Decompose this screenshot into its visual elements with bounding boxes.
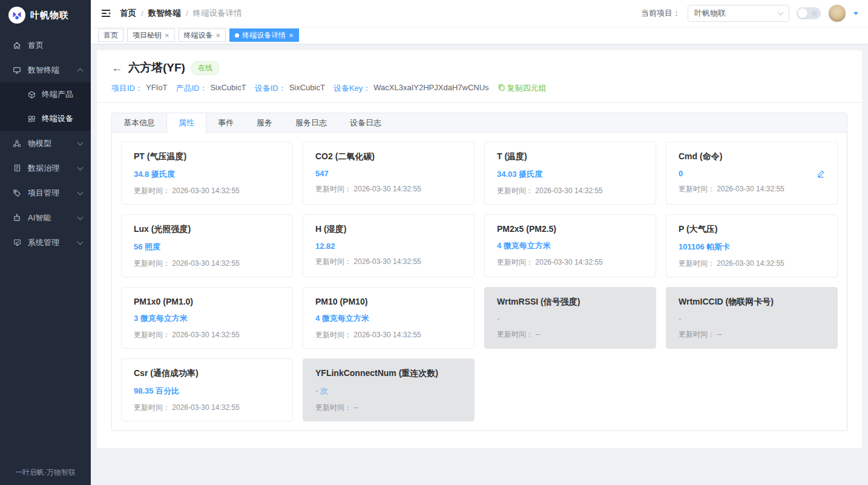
- close-icon[interactable]: ×: [289, 31, 294, 39]
- home-icon: [12, 41, 22, 50]
- copy-label: 复制四元组: [507, 83, 547, 94]
- device-info-设备ID: 设备ID：SixCubicT: [255, 83, 325, 94]
- property-name: Csr (通信成功率): [134, 368, 280, 379]
- property-value: - 次: [315, 386, 328, 397]
- breadcrumb: 首页/数智终端/终端设备详情: [120, 8, 242, 19]
- avatar[interactable]: [828, 4, 846, 22]
- property-update-time: 更新时间： 2026-03-30 14:32:55: [497, 257, 643, 268]
- property-update-time: 更新时间： --: [679, 329, 825, 340]
- divider: [97, 102, 862, 103]
- sidebar-item-项目管理[interactable]: 项目管理: [0, 180, 91, 205]
- current-project-label: 当前项目：: [641, 8, 680, 19]
- sidebar-item-首页[interactable]: 首页: [0, 33, 91, 58]
- property-value: 56 照度: [134, 242, 160, 252]
- product-cube-icon: [27, 90, 36, 99]
- device-info-项目ID: 项目ID：YFIoT: [111, 83, 167, 94]
- sidebar-item-AI智能[interactable]: AI智能: [0, 205, 91, 230]
- property-update-time: 更新时间： --: [497, 329, 643, 340]
- sidebar-item-label: 系统管理: [28, 237, 59, 248]
- properties-tab-body: PT (气压温度)34.8 摄氏度更新时间： 2026-03-30 14:32:…: [112, 133, 847, 431]
- property-value-row: 4 微克每立方米: [497, 240, 643, 251]
- breadcrumb-separator: /: [186, 9, 188, 18]
- tab-设备日志[interactable]: 设备日志: [338, 113, 393, 132]
- sidebar-subitem-终端产品[interactable]: 终端产品: [0, 82, 91, 107]
- property-card: YFLinkConnectNum (重连次数)- 次更新时间： --: [303, 358, 475, 421]
- property-value: -: [679, 314, 681, 323]
- device-list-icon: [27, 114, 36, 124]
- tag-项目秘钥[interactable]: 项目秘钥×: [127, 28, 175, 42]
- tab-基本信息[interactable]: 基本信息: [112, 113, 166, 132]
- sidebar: 叶帆物联 首页数智终端终端产品终端设备物模型数据治理项目管理AI智能系统管理 一…: [0, 0, 91, 485]
- chevron-down-icon: [77, 139, 84, 145]
- info-value: YFIoT: [146, 83, 167, 94]
- property-card: PM2x5 (PM2.5)4 微克每立方米更新时间： 2026-03-30 14…: [484, 214, 656, 277]
- property-card: WrtmRSSI (信号强度)-更新时间： --: [484, 287, 656, 349]
- sidebar-subitem-label: 终端产品: [42, 89, 73, 100]
- tab-属性[interactable]: 属性: [166, 113, 206, 133]
- theme-toggle[interactable]: [797, 7, 821, 19]
- property-card: PM1x0 (PM1.0)3 微克每立方米更新时间： 2026-03-30 14…: [121, 287, 293, 349]
- sidebar-item-数智终端[interactable]: 数智终端: [0, 58, 91, 82]
- close-icon[interactable]: ×: [165, 31, 169, 39]
- property-value-row: 34.03 摄氏度: [497, 169, 643, 180]
- edit-icon[interactable]: [817, 170, 825, 178]
- copy-quadruple-button[interactable]: 复制四元组: [498, 83, 547, 94]
- chevron-up-icon: [77, 68, 84, 74]
- tab-服务[interactable]: 服务: [245, 113, 284, 132]
- project-icon: [12, 188, 22, 198]
- info-label: 设备ID：: [255, 83, 286, 94]
- tag-终端设备[interactable]: 终端设备×: [179, 28, 226, 42]
- property-card: H (湿度)12.82更新时间： 2026-03-30 14:32:55: [303, 214, 475, 277]
- back-button[interactable]: ←: [111, 62, 122, 73]
- chevron-down-icon: [778, 10, 784, 16]
- main-area: 首页/数智终端/终端设备详情 当前项目： 叶帆物联 首页项目秘钥×终端设备×终端…: [91, 0, 868, 485]
- property-value: 547: [315, 169, 329, 178]
- project-select[interactable]: 叶帆物联: [688, 5, 789, 22]
- device-tabs: 基本信息属性事件服务服务日志设备日志: [112, 113, 847, 133]
- device-info-row: 项目ID：YFIoT产品ID：SixCubicT设备ID：SixCubicT设备…: [111, 83, 847, 102]
- sidebar-nav: 首页数智终端终端产品终端设备物模型数据治理项目管理AI智能系统管理: [0, 30, 91, 485]
- chevron-down-icon: [77, 164, 84, 170]
- property-value-row: 56 照度: [134, 242, 280, 252]
- property-card: CO2 (二氧化碳)547更新时间： 2026-03-30 14:32:55: [303, 142, 475, 205]
- sidebar-fold-icon[interactable]: [100, 8, 111, 19]
- property-card: Cmd (命令)0更新时间： 2026-03-30 14:32:55: [666, 142, 838, 205]
- active-tag-dot: [235, 33, 239, 38]
- chevron-down-icon: [77, 189, 84, 195]
- tab-服务日志[interactable]: 服务日志: [284, 113, 338, 132]
- device-tabs-card: 基本信息属性事件服务服务日志设备日志 PT (气压温度)34.8 摄氏度更新时间…: [111, 113, 847, 431]
- close-icon[interactable]: ×: [216, 31, 221, 39]
- property-update-time: 更新时间： 2026-03-30 14:32:55: [134, 186, 280, 196]
- breadcrumb-item[interactable]: 数智终端: [148, 8, 181, 19]
- property-name: PT (气压温度): [134, 151, 280, 162]
- sidebar-item-物模型[interactable]: 物模型: [0, 131, 91, 156]
- property-update-time: 更新时间： 2026-03-30 14:32:55: [679, 259, 825, 269]
- property-value: 98.35 百分比: [134, 386, 179, 397]
- property-name: T (温度): [497, 151, 643, 162]
- sidebar-subitem-终端设备[interactable]: 终端设备: [0, 107, 91, 131]
- sidebar-slogan: 一叶启帆·万物智联: [0, 467, 91, 478]
- property-name: PM10 (PM10): [315, 297, 462, 306]
- property-card: PT (气压温度)34.8 摄氏度更新时间： 2026-03-30 14:32:…: [121, 142, 293, 205]
- device-detail-panel: ← 六方塔(YF) 在线 项目ID：YFIoT产品ID：SixCubicT设备I…: [97, 50, 862, 448]
- tag-label: 项目秘钥: [133, 30, 162, 41]
- sidebar-item-系统管理[interactable]: 系统管理: [0, 230, 91, 255]
- user-menu-caret-icon[interactable]: [853, 12, 858, 15]
- submenu-数智终端: 终端产品终端设备: [0, 82, 91, 131]
- tag-终端设备详情[interactable]: 终端设备详情×: [229, 28, 299, 42]
- property-update-time: 更新时间： --: [315, 403, 462, 413]
- tag-首页[interactable]: 首页: [98, 28, 123, 42]
- property-value: -: [497, 314, 499, 323]
- property-value-row: 3 微克每立方米: [134, 313, 280, 324]
- brand-logo-icon: [8, 7, 25, 24]
- sidebar-item-label: AI智能: [28, 213, 51, 223]
- info-value: SixCubicT: [289, 83, 325, 94]
- property-name: WrtmICCID (物联网卡号): [679, 297, 825, 308]
- property-value-row: 34.8 摄氏度: [134, 169, 280, 180]
- property-update-time: 更新时间： 2026-03-30 14:32:55: [315, 184, 462, 194]
- breadcrumb-item[interactable]: 首页: [120, 8, 136, 19]
- property-value: 0: [679, 169, 683, 178]
- sidebar-item-数据治理[interactable]: 数据治理: [0, 156, 91, 180]
- tab-事件[interactable]: 事件: [206, 113, 245, 132]
- property-value: 34.8 摄氏度: [134, 169, 175, 180]
